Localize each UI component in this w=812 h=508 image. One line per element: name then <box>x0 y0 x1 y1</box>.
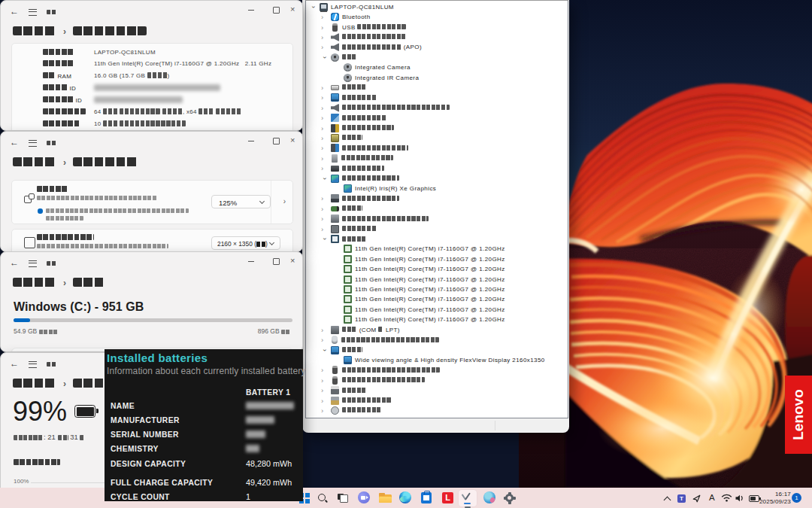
svg-text:Lenovo: Lenovo <box>790 389 806 440</box>
